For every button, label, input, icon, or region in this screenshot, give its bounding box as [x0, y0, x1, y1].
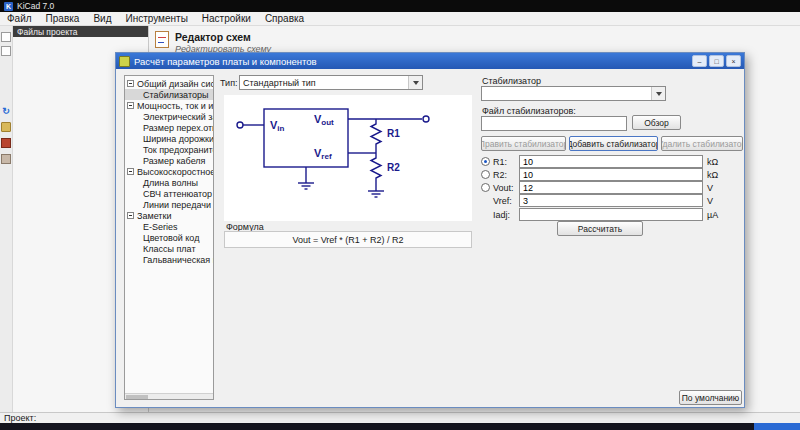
dialog-window-controls: – □ ×	[692, 55, 741, 67]
input-terminal	[237, 122, 243, 128]
tree-item-via-size[interactable]: Размер перех.отв.	[125, 122, 213, 133]
archive-project-icon[interactable]	[1, 138, 11, 148]
formula-value: Vout = Vref * (R1 + R2) / R2	[224, 231, 472, 248]
tree-item-board-classes[interactable]: Классы плат	[125, 243, 213, 254]
taskbar-active-app[interactable]	[754, 423, 800, 430]
unarchive-project-icon[interactable]	[1, 154, 11, 164]
param-row-vout: Vout: V	[481, 181, 721, 194]
param-row-iadj: Iadj: µA	[481, 208, 721, 221]
r1-radio[interactable]	[481, 157, 490, 166]
scrollbar-thumb[interactable]	[126, 395, 148, 399]
r2-radio[interactable]	[481, 170, 490, 179]
param-row-r1: R1: kΩ	[481, 155, 721, 168]
tree-item-rf-attenuator[interactable]: СВЧ аттенюатор	[125, 188, 213, 199]
calculator-icon	[119, 56, 130, 67]
calculator-tree: Общий дизайн системы Стабилизаторы Мощно…	[124, 75, 214, 400]
menu-view[interactable]: Вид	[86, 12, 118, 25]
menu-preferences[interactable]: Настройки	[195, 12, 258, 25]
left-toolbar: ↻	[0, 26, 13, 412]
edit-regulator-button[interactable]: Править стабилизатор	[481, 136, 566, 151]
browse-button[interactable]: Обзор	[632, 115, 681, 130]
open-folder-icon[interactable]	[1, 122, 11, 132]
collapse-icon[interactable]	[127, 80, 134, 87]
tree-item-electrical-spacing[interactable]: Электрический зазор	[125, 111, 213, 122]
menu-tools[interactable]: Инструменты	[118, 12, 194, 25]
tree-item-e-series[interactable]: E-Series	[125, 221, 213, 232]
tree-category-memo[interactable]: Заметки	[125, 210, 213, 221]
dialog-title: Расчёт параметров платы и компонентов	[134, 56, 317, 67]
defaults-button[interactable]: По умолчанию	[679, 390, 742, 405]
dialog-titlebar[interactable]: Расчёт параметров платы и компонентов – …	[116, 53, 744, 69]
vout-radio[interactable]	[481, 183, 490, 192]
circuit-labels: Vin Vout Vref R1 R2	[270, 113, 400, 173]
close-icon[interactable]: ×	[726, 55, 741, 67]
refresh-tree-icon[interactable]: ↻	[1, 106, 11, 116]
r2-param-label: R2:	[493, 170, 519, 180]
tree-horizontal-scrollbar[interactable]	[125, 393, 213, 399]
status-bar: Проект:	[0, 412, 800, 423]
tree-item-color-code[interactable]: Цветовой код	[125, 232, 213, 243]
minimize-icon[interactable]: –	[692, 55, 707, 67]
file-icon[interactable]	[1, 32, 11, 42]
iadj-unit: µA	[703, 210, 721, 220]
collapse-icon[interactable]	[127, 212, 134, 219]
collapse-icon[interactable]	[127, 168, 134, 175]
window-titlebar: K KiCad 7.0	[0, 0, 800, 12]
menubar: Файл Правка Вид Инструменты Настройки Сп…	[0, 12, 800, 26]
regulator-type-combo[interactable]: Стандартный тип	[239, 75, 423, 90]
tree-category-general[interactable]: Общий дизайн системы	[125, 78, 213, 89]
circuit-diagram-panel: Vin Vout Vref R1 R2	[224, 95, 472, 221]
pcb-calculator-dialog: Расчёт параметров платы и компонентов – …	[115, 52, 745, 408]
output-terminal	[423, 116, 429, 122]
tree-item-galvanic-corrosion[interactable]: Гальваническая коррозия	[125, 254, 213, 265]
collapse-icon[interactable]	[127, 102, 134, 109]
regulator-select-combo[interactable]	[481, 86, 666, 101]
tree-item-transmission-lines[interactable]: Линии передачи	[125, 199, 213, 210]
r2-resistor-symbol	[371, 153, 381, 191]
tree-category-high-speed[interactable]: Высокоскоростное	[125, 166, 213, 177]
r2-unit: kΩ	[703, 170, 721, 180]
tree-category-power[interactable]: Мощность, ток и изоляция	[125, 100, 213, 111]
menu-help[interactable]: Справка	[258, 12, 311, 25]
project-files-header: Файлы проекта	[13, 26, 148, 37]
remove-regulator-button[interactable]: Удалить стабилизатор	[661, 136, 743, 151]
vref-param-label: Vref:	[493, 196, 519, 206]
r2-label: R2	[387, 162, 400, 173]
r1-label: R1	[387, 128, 400, 139]
iadj-param-label: Iadj:	[493, 210, 519, 220]
r1-unit: kΩ	[703, 157, 721, 167]
vout-unit: V	[703, 183, 721, 193]
r1-resistor-symbol	[371, 119, 381, 153]
menu-edit[interactable]: Правка	[39, 12, 87, 25]
vout-param-label: Vout:	[493, 183, 519, 193]
iadj-input[interactable]	[519, 208, 703, 221]
regulator-file-input[interactable]	[481, 116, 627, 131]
tree-item-regulators[interactable]: Стабилизаторы	[125, 89, 213, 100]
schematic-editor-title: Редактор схем	[175, 31, 271, 43]
r1-input[interactable]	[519, 155, 703, 168]
tree-item-cable-size[interactable]: Размер кабеля	[125, 155, 213, 166]
schematic-editor-icon	[155, 31, 169, 48]
vout-input[interactable]	[519, 181, 703, 194]
regulator-circuit-diagram: Vin Vout Vref R1 R2	[224, 95, 472, 221]
tree-item-fusing-current[interactable]: Ток предохранителя	[125, 144, 213, 155]
tree-item-wavelength[interactable]: Длина волны	[125, 177, 213, 188]
param-row-r2: R2: kΩ	[481, 168, 721, 181]
document-icon[interactable]	[1, 46, 11, 56]
maximize-icon[interactable]: □	[709, 55, 724, 67]
r2-input[interactable]	[519, 168, 703, 181]
regulator-file-label: Файл стабилизаторов:	[482, 106, 576, 116]
calculate-button[interactable]: Рассчитать	[557, 221, 643, 236]
r1-param-label: R1:	[493, 157, 519, 167]
status-project-label: Проект:	[4, 413, 36, 423]
vin-label: Vin	[270, 119, 285, 133]
tree-item-track-width[interactable]: Ширина дорожки	[125, 133, 213, 144]
vref-input[interactable]	[519, 194, 703, 207]
ground-symbol-r2	[368, 191, 384, 197]
kicad-logo-icon: K	[4, 2, 13, 11]
ground-symbol	[298, 183, 314, 189]
type-label: Тип:	[220, 78, 238, 88]
vref-unit: V	[703, 196, 721, 206]
add-regulator-button[interactable]: Добавить стабилизатор	[569, 136, 658, 151]
menu-file[interactable]: Файл	[0, 12, 39, 25]
